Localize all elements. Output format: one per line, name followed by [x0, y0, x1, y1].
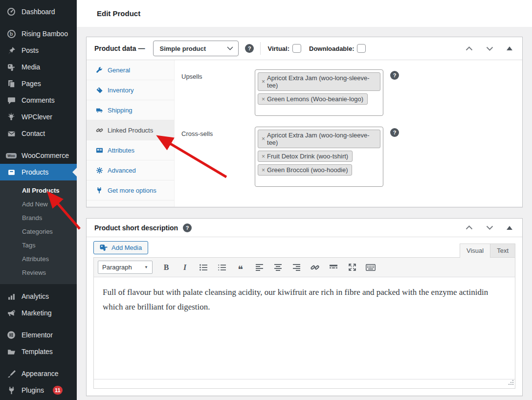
move-panel-up-icon[interactable]	[466, 46, 473, 51]
submenu-item-add-new[interactable]: Add New	[0, 198, 77, 211]
add-media-label: Add Media	[111, 244, 142, 251]
sidebar-item-elementor[interactable]: Elementor	[0, 327, 77, 343]
paragraph-format-select[interactable]: Paragraph ▼	[98, 261, 153, 274]
move-panel-down-icon[interactable]	[486, 46, 493, 51]
tab-inventory[interactable]: Inventory	[87, 80, 174, 100]
editor-mode-tabs: Visual Text	[460, 243, 515, 257]
elementor-icon	[6, 330, 16, 340]
move-panel-up-icon[interactable]	[466, 225, 473, 230]
virtual-label: Virtual:	[267, 45, 289, 52]
remove-tag-icon[interactable]: ×	[262, 135, 265, 142]
add-media-button[interactable]: Add Media	[93, 241, 148, 254]
sidebar-item-label: Pages	[22, 80, 41, 88]
lightbulb-icon	[6, 112, 16, 122]
collapse-panel-icon[interactable]	[507, 46, 512, 50]
product-type-help-icon[interactable]: ?	[245, 44, 254, 53]
sidebar-item-woocommerce[interactable]: Woo WooCommerce	[0, 147, 77, 164]
sidebar-item-label: Templates	[22, 348, 53, 356]
tab-attributes[interactable]: Attributes	[87, 140, 174, 160]
plug-icon	[96, 187, 103, 194]
remove-tag-icon[interactable]: ×	[262, 153, 265, 160]
product-type-select[interactable]: Simple product	[153, 41, 239, 56]
move-panel-down-icon[interactable]	[486, 225, 493, 230]
sidebar-item-dashboard[interactable]: Dashboard	[0, 3, 77, 20]
tab-shipping[interactable]: Shipping	[87, 100, 174, 120]
sidebar-item-contact[interactable]: Contact	[0, 125, 77, 142]
sidebar-item-rising-bamboo[interactable]: b Rising Bamboo	[0, 25, 77, 42]
sidebar-item-plugins[interactable]: Plugins 11	[0, 382, 77, 399]
virtual-checkbox[interactable]	[292, 44, 301, 53]
sidebar-item-pages[interactable]: Pages	[0, 75, 77, 92]
bullet-list-button[interactable]	[197, 261, 210, 274]
cross-sells-help-icon[interactable]: ?	[390, 128, 399, 137]
tag-label: Apricot Extra Jam (woo-long-sleeve-tee)	[267, 74, 376, 89]
submenu-item-categories[interactable]: Categories	[0, 225, 77, 239]
sidebar-item-analytics[interactable]: Analytics	[0, 288, 77, 305]
sidebar-item-products[interactable]: Products	[0, 164, 77, 180]
collapse-panel-icon[interactable]	[507, 226, 512, 230]
italic-button[interactable]: I	[178, 261, 192, 274]
upsell-tag: ×Apricot Extra Jam (woo-long-sleeve-tee)	[258, 72, 380, 91]
pages-icon	[6, 79, 16, 89]
remove-tag-icon[interactable]: ×	[262, 78, 265, 85]
cross-sell-tag: ×Fruit Detox Drink (woo-tshirt)	[258, 151, 353, 162]
link-icon	[96, 127, 103, 134]
sidebar-item-label: WPClever	[22, 113, 52, 121]
tag-icon	[96, 87, 103, 94]
megaphone-icon	[6, 308, 16, 318]
upsell-tag: ×Green Lemons (Woo-beanie-logo)	[258, 93, 368, 105]
submenu-item-brands[interactable]: Brands	[0, 211, 77, 225]
align-center-button[interactable]	[271, 261, 285, 274]
sidebar-item-media[interactable]: Media	[0, 59, 77, 75]
insert-link-button[interactable]	[308, 261, 322, 274]
short-description-panel: Product short description ? Add M	[86, 218, 523, 396]
bold-button[interactable]: B	[159, 261, 173, 274]
sidebar-item-comments[interactable]: Comments	[0, 92, 77, 109]
fullscreen-button[interactable]	[345, 261, 359, 274]
short-description-content[interactable]: Full of flavour but with palate cleansin…	[94, 277, 515, 379]
tab-visual[interactable]: Visual	[460, 244, 490, 258]
sidebar-item-templates[interactable]: Templates	[0, 343, 77, 360]
wrench-icon	[96, 67, 103, 74]
upsells-select[interactable]: ×Apricot Extra Jam (woo-long-sleeve-tee)…	[255, 69, 383, 116]
envelope-icon	[6, 129, 16, 138]
read-more-tag-button[interactable]	[327, 261, 340, 274]
align-right-button[interactable]	[289, 261, 303, 274]
tab-advanced[interactable]: Advanced	[87, 160, 174, 180]
divider	[260, 42, 261, 55]
tag-label: Apricot Extra Jam (woo-long-sleeve-tee)	[267, 132, 376, 146]
numbered-list-button[interactable]	[215, 261, 229, 274]
remove-tag-icon[interactable]: ×	[262, 96, 265, 103]
tab-text[interactable]: Text	[490, 244, 515, 258]
caret-down-icon: ▼	[144, 265, 148, 269]
media-icon	[100, 244, 108, 251]
gear-icon	[96, 167, 103, 174]
tag-label: Green Lemons (Woo-beanie-logo)	[267, 95, 363, 103]
page-header: Edit Product	[77, 0, 532, 27]
sidebar-item-posts[interactable]: Posts	[0, 42, 77, 59]
sidebar-item-wpclever[interactable]: WPClever	[0, 109, 77, 125]
cross-sells-select[interactable]: ×Apricot Extra Jam (woo-long-sleeve-tee)…	[255, 127, 383, 187]
tab-general[interactable]: General	[87, 60, 174, 80]
tab-label: Advanced	[108, 167, 136, 174]
resize-grip[interactable]	[508, 378, 514, 387]
card-icon	[96, 147, 103, 154]
upsells-help-icon[interactable]: ?	[390, 71, 399, 80]
keyboard-shortcuts-button[interactable]	[364, 261, 377, 274]
submenu-item-tags[interactable]: Tags	[0, 239, 77, 252]
tab-linked-products[interactable]: Linked Products	[87, 120, 174, 140]
remove-tag-icon[interactable]: ×	[262, 167, 265, 174]
sidebar-item-appearance[interactable]: Appearance	[0, 365, 77, 382]
submenu-item-attributes[interactable]: Attributes	[0, 252, 77, 266]
submenu-item-reviews[interactable]: Reviews	[0, 266, 77, 280]
align-left-button[interactable]	[252, 261, 266, 274]
blockquote-button[interactable]: ❝	[234, 261, 247, 274]
cross-sells-field: Cross-sells ×Apricot Extra Jam (woo-long…	[181, 127, 515, 187]
sidebar-item-marketing[interactable]: Marketing	[0, 305, 77, 321]
submenu-item-all-products[interactable]: All Products	[0, 184, 77, 198]
tab-get-more-options[interactable]: Get more options	[87, 180, 174, 200]
downloadable-checkbox[interactable]	[357, 44, 366, 53]
short-description-help-icon[interactable]: ?	[183, 223, 192, 232]
pushpin-icon	[6, 45, 16, 55]
tab-label: Linked Products	[108, 127, 153, 134]
